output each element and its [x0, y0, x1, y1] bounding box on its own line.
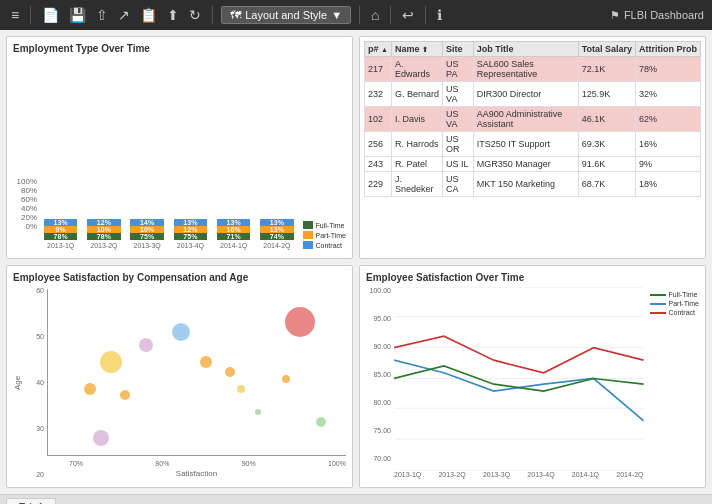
menu-icon[interactable]: ≡: [8, 5, 22, 25]
cell-attrition: 18%: [635, 172, 700, 197]
scatter-y-ticks: 60 50 40 30 20: [25, 287, 47, 478]
legend-parttime: Part-Time: [303, 231, 346, 239]
legend-fulltime-color: [303, 221, 313, 229]
cell-salary: 91.6K: [578, 157, 635, 172]
cell-job: SAL600 Sales Representative: [473, 57, 578, 82]
legend-contract-color: [303, 241, 313, 249]
col-attrition: Attrition Prob: [635, 42, 700, 57]
line-chart-main: 2013-1Q 2013-2Q 2013-3Q 2013-4Q 2014-1Q …: [394, 287, 644, 478]
save-icon[interactable]: 💾: [66, 5, 89, 25]
map-icon: 🗺: [230, 9, 241, 21]
layout-style-label: Layout and Style: [245, 9, 327, 21]
separator-2: [212, 6, 213, 24]
cell-attrition: 32%: [635, 82, 700, 107]
home-icon[interactable]: ⌂: [368, 5, 382, 25]
scatter-bubble: [225, 367, 235, 377]
cell-id: 102: [365, 107, 392, 132]
legend-line-fulltime: [650, 294, 666, 296]
cell-id: 229: [365, 172, 392, 197]
employee-table: p# ▲ Name ⬆ Site Job Title Total Salary …: [364, 41, 701, 197]
cell-attrition: 78%: [635, 57, 700, 82]
cell-id: 243: [365, 157, 392, 172]
copy-icon[interactable]: 📋: [137, 5, 160, 25]
y-axis: 100% 80% 60% 40% 20% 0%: [13, 177, 41, 249]
bars-row: 78% 9% 13% 78% 10% 12%: [41, 219, 297, 240]
new-icon[interactable]: 📄: [39, 5, 62, 25]
separator-4: [390, 6, 391, 24]
scatter-x-title: Satisfaction: [47, 469, 346, 478]
separator-3: [359, 6, 360, 24]
bar-chart-title: Employment Type Over Time: [13, 43, 346, 54]
bar-chart-area: 100% 80% 60% 40% 20% 0% 78% 9% 1: [13, 58, 346, 249]
bar-group-4: 71% 16% 13%: [214, 219, 253, 240]
table-row[interactable]: 256 R. Harrods US OR ITS250 IT Support 6…: [365, 132, 701, 157]
scatter-bubble: [316, 417, 326, 427]
dropdown-arrow-icon: ▼: [331, 9, 342, 21]
table-row[interactable]: 243 R. Patel US IL MGR350 Manager 91.6K …: [365, 157, 701, 172]
legend-contract: Contract: [303, 241, 346, 249]
share-icon[interactable]: ⇧: [93, 5, 111, 25]
line-chart-panel: Employee Satisfaction Over Time 100.00 9…: [359, 265, 706, 488]
tab-1[interactable]: Tab 1: [6, 498, 56, 504]
table-row[interactable]: 232 G. Bernard US VA DIR300 Director 125…: [365, 82, 701, 107]
scatter-bubble: [282, 375, 290, 383]
cell-name: I. Davis: [391, 107, 442, 132]
col-job: Job Title: [473, 42, 578, 57]
back-icon[interactable]: ↩: [399, 5, 417, 25]
cell-job: MGR350 Manager: [473, 157, 578, 172]
scatter-bubble: [200, 356, 212, 368]
table-header-row: p# ▲ Name ⬆ Site Job Title Total Salary …: [365, 42, 701, 57]
dashboard-title: ⚑ FLBI Dashboard: [610, 9, 704, 22]
cell-site: US VA: [443, 82, 474, 107]
line-y-ticks: 100.00 95.00 90.00 85.00 80.00 75.00 70.…: [366, 287, 394, 478]
bar-chart-panel: Employment Type Over Time 100% 80% 60% 4…: [6, 36, 353, 259]
tab-bar: Tab 1: [0, 494, 712, 504]
cell-salary: 69.3K: [578, 132, 635, 157]
main-content: Employment Type Over Time 100% 80% 60% 4…: [0, 30, 712, 494]
bar-group-3: 75% 12% 13%: [171, 219, 210, 240]
cell-id: 256: [365, 132, 392, 157]
share2-icon[interactable]: ↗: [115, 5, 133, 25]
legend-fulltime: Full-Time: [303, 221, 346, 229]
scatter-x-labels: 70% 80% 90% 100%: [47, 458, 346, 467]
table-row[interactable]: 229 J. Snedeker US CA MKT 150 Marketing …: [365, 172, 701, 197]
col-site: Site: [443, 42, 474, 57]
refresh-icon[interactable]: ↻: [186, 5, 204, 25]
line-legend-fulltime: Full-Time: [650, 291, 699, 298]
table-row[interactable]: 102 I. Davis US VA AA900 Administrative …: [365, 107, 701, 132]
cell-job: ITS250 IT Support: [473, 132, 578, 157]
cell-job: MKT 150 Marketing: [473, 172, 578, 197]
scatter-bubble: [84, 383, 96, 395]
info-icon[interactable]: ℹ: [434, 5, 445, 25]
cell-attrition: 16%: [635, 132, 700, 157]
upload-icon[interactable]: ⬆: [164, 5, 182, 25]
cell-site: US OR: [443, 132, 474, 157]
cell-name: J. Snedeker: [391, 172, 442, 197]
line-chart-legend: Full-Time Part-Time Contract: [644, 287, 699, 478]
cell-name: G. Bernard: [391, 82, 442, 107]
line-legend-contract: Contract: [650, 309, 699, 316]
line-chart-svg-area: [394, 287, 644, 470]
cell-salary: 68.7K: [578, 172, 635, 197]
legend-line-contract: [650, 312, 666, 314]
bar-group-0: 78% 9% 13%: [41, 219, 80, 240]
table-panel: p# ▲ Name ⬆ Site Job Title Total Salary …: [359, 36, 706, 259]
scatter-bubble: [120, 390, 130, 400]
layout-style-button[interactable]: 🗺 Layout and Style ▼: [221, 6, 351, 24]
line-legend-parttime: Part-Time: [650, 300, 699, 307]
scatter-bubble: [172, 323, 190, 341]
cell-site: US CA: [443, 172, 474, 197]
bar-group-5: 74% 13% 13%: [257, 219, 296, 240]
col-name[interactable]: Name ⬆: [391, 42, 442, 57]
line-x-labels: 2013-1Q 2013-2Q 2013-3Q 2013-4Q 2014-1Q …: [394, 471, 644, 478]
line-chart-svg: [394, 287, 644, 470]
table-row[interactable]: 217 A. Edwards US PA SAL600 Sales Repres…: [365, 57, 701, 82]
cell-job: DIR300 Director: [473, 82, 578, 107]
cell-id: 217: [365, 57, 392, 82]
scatter-bubble: [285, 307, 315, 337]
bar-group-1: 78% 10% 12%: [84, 219, 123, 240]
col-salary: Total Salary: [578, 42, 635, 57]
scatter-bubble: [93, 430, 109, 446]
bars-container: 78% 9% 13% 78% 10% 12%: [41, 219, 297, 249]
cell-id: 232: [365, 82, 392, 107]
